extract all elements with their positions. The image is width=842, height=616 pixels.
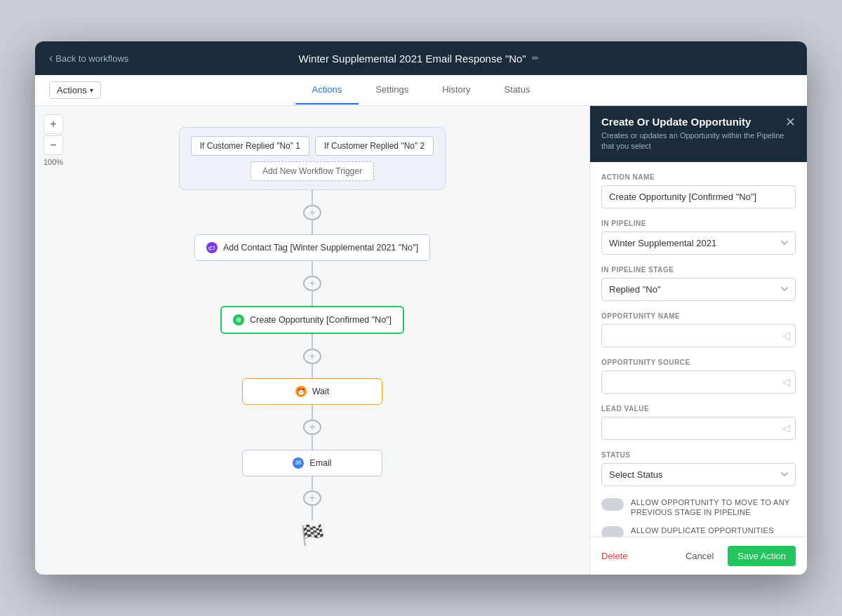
connector-line-5	[312, 334, 313, 349]
panel-title: Create Or Update Opportunity	[601, 116, 785, 128]
tag-label: Add Contact Tag [Winter Supplemental 202…	[223, 243, 418, 253]
delete-button[interactable]: Delete	[601, 551, 628, 561]
tab-actions[interactable]: Actions	[295, 76, 359, 105]
opportunity-name-icon: ◁	[782, 330, 790, 341]
back-link[interactable]: Back to workflows	[49, 52, 128, 65]
opportunity-source-field-group: Opportunity Source ◁	[601, 359, 796, 394]
wait-icon: ⏰	[295, 386, 307, 397]
cancel-button[interactable]: Cancel	[677, 546, 722, 566]
save-action-button[interactable]: Save Action	[728, 546, 796, 566]
opportunity-source-input[interactable]	[601, 370, 796, 394]
connector-line-7	[312, 405, 313, 420]
main-content: + − 100% If Customer Replied "No" 1 If C…	[35, 106, 807, 575]
trigger-tag-2[interactable]: If Customer Replied "No" 2	[315, 136, 434, 156]
wait-label: Wait	[312, 387, 330, 396]
in-pipeline-select[interactable]: Winter Supplemental 2021	[601, 232, 796, 255]
allow-duplicate-toggle-row: Allow Duplicate Opportunities	[601, 525, 796, 537]
zoom-out-button[interactable]: −	[44, 135, 63, 155]
top-bar: Back to workflows Winter Supplemental 20…	[35, 41, 807, 75]
panel-footer: Delete Cancel Save Action	[590, 537, 807, 575]
in-pipeline-label: In Pipeline	[601, 220, 796, 227]
action-node-tag[interactable]: 🏷 Add Contact Tag [Winter Supplemental 2…	[194, 234, 430, 261]
action-node-wait[interactable]: ⏰ Wait	[242, 378, 382, 405]
add-node-circle-5[interactable]: +	[303, 490, 321, 506]
in-pipeline-field-group: In Pipeline Winter Supplemental 2021	[601, 220, 796, 255]
finish-flag: 🏁	[300, 523, 325, 547]
opportunity-source-wrapper: ◁	[601, 370, 796, 394]
edit-icon[interactable]: ✏	[532, 53, 539, 63]
trigger-row: If Customer Replied "No" 1 If Customer R…	[191, 136, 434, 156]
allow-duplicate-toggle[interactable]	[601, 526, 624, 537]
add-node-circle-3[interactable]: +	[303, 349, 321, 364]
connector-line-4	[312, 291, 313, 306]
trigger-tag-1[interactable]: If Customer Replied "No" 1	[191, 136, 309, 156]
opportunity-name-label: Opportunity Name	[601, 312, 796, 320]
allow-duplicate-label: Allow Duplicate Opportunities	[631, 525, 774, 535]
pipeline-stage-field-group: In Pipeline Stage Replied "No"	[601, 266, 796, 301]
canvas-area: + − 100% If Customer Replied "No" 1 If C…	[35, 106, 589, 575]
panel-body: Action Name In Pipeline Winter Supplemen…	[590, 162, 807, 537]
connector-line-2	[312, 220, 313, 235]
lead-value-wrapper: ◁	[601, 417, 796, 440]
lead-value-icon: ◁	[782, 422, 790, 434]
opportunity-source-label: Opportunity Source	[601, 359, 796, 366]
connector-line-3	[312, 261, 313, 276]
workflow-title: Winter Supplemental 2021 Email Response …	[299, 53, 539, 65]
tabs-bar: Actions Actions Settings History Status	[35, 75, 807, 106]
action-name-input[interactable]	[601, 185, 796, 208]
email-icon: ✉	[293, 457, 304, 469]
opportunity-icon: ⊕	[233, 314, 244, 326]
connector-line-6	[312, 364, 313, 379]
allow-move-toggle-row: Allow Opportunity To Move To Any Previou…	[601, 497, 796, 518]
zoom-in-button[interactable]: +	[44, 114, 63, 134]
opportunity-source-icon: ◁	[782, 376, 790, 387]
allow-move-label: Allow Opportunity To Move To Any Previou…	[631, 497, 796, 518]
action-node-email[interactable]: ✉ Email	[242, 450, 382, 476]
lead-value-input[interactable]	[601, 417, 796, 440]
action-name-label: Action Name	[601, 173, 796, 181]
add-node-circle-1[interactable]: +	[303, 205, 321, 220]
canvas-controls: + − 100%	[44, 114, 63, 166]
add-trigger-button[interactable]: Add New Workflow Trigger	[250, 161, 374, 181]
tab-settings[interactable]: Settings	[359, 76, 425, 105]
panel-header-content: Create Or Update Opportunity Creates or …	[601, 116, 785, 152]
connector-line-1	[312, 190, 313, 205]
right-panel: Create Or Update Opportunity Creates or …	[589, 106, 807, 575]
panel-subtitle: Creates or updates an Opportunity within…	[601, 130, 785, 152]
footer-right: Cancel Save Action	[677, 546, 796, 566]
add-node-circle-2[interactable]: +	[303, 276, 321, 291]
opportunity-name-field-group: Opportunity Name ◁	[601, 312, 796, 347]
opportunity-label: Create Opportunity [Confirmed "No"]	[250, 315, 392, 325]
connector-line-8	[312, 435, 313, 450]
panel-header: Create Or Update Opportunity Creates or …	[590, 106, 807, 162]
opportunity-name-input[interactable]	[601, 324, 796, 347]
add-node-circle-4[interactable]: +	[303, 420, 321, 435]
action-name-field-group: Action Name	[601, 173, 796, 208]
connector-line-10	[312, 506, 313, 521]
email-label: Email	[309, 458, 331, 468]
tab-history[interactable]: History	[425, 76, 487, 105]
tag-icon: 🏷	[206, 242, 218, 253]
action-node-opportunity[interactable]: ⊕ Create Opportunity [Confirmed "No"]	[220, 306, 404, 334]
workflow-canvas: If Customer Replied "No" 1 If Customer R…	[35, 106, 589, 575]
trigger-box: If Customer Replied "No" 1 If Customer R…	[179, 127, 446, 190]
lead-value-label: Lead Value	[601, 405, 796, 413]
connector-line-9	[312, 476, 313, 491]
status-select[interactable]: Select Status	[601, 463, 796, 486]
allow-move-toggle[interactable]	[601, 498, 624, 511]
pipeline-stage-label: In Pipeline Stage	[601, 266, 796, 274]
opportunity-name-wrapper: ◁	[601, 324, 796, 347]
status-field-group: Status Select Status	[601, 451, 796, 486]
close-button[interactable]: ✕	[785, 116, 796, 128]
zoom-label: 100%	[44, 158, 63, 166]
actions-dropdown[interactable]: Actions	[49, 81, 101, 99]
lead-value-field-group: Lead Value ◁	[601, 405, 796, 440]
tab-status[interactable]: Status	[488, 76, 547, 105]
status-label: Status	[601, 451, 796, 459]
pipeline-stage-select[interactable]: Replied "No"	[601, 278, 796, 301]
